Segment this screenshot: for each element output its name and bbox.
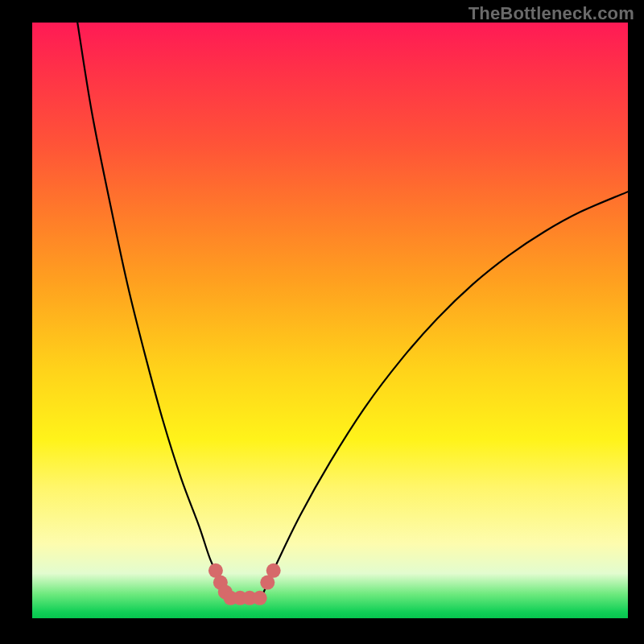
marker-group: [208, 564, 281, 605]
curve-layer: [32, 23, 628, 618]
highlight-marker: [266, 564, 281, 578]
watermark-label: TheBottleneck.com: [469, 3, 634, 24]
plot-area: [32, 23, 628, 618]
left-arm-curve: [77, 23, 230, 596]
right-arm-curve: [262, 192, 628, 596]
highlight-marker: [253, 591, 267, 605]
chart-frame: TheBottleneck.com: [0, 0, 644, 644]
